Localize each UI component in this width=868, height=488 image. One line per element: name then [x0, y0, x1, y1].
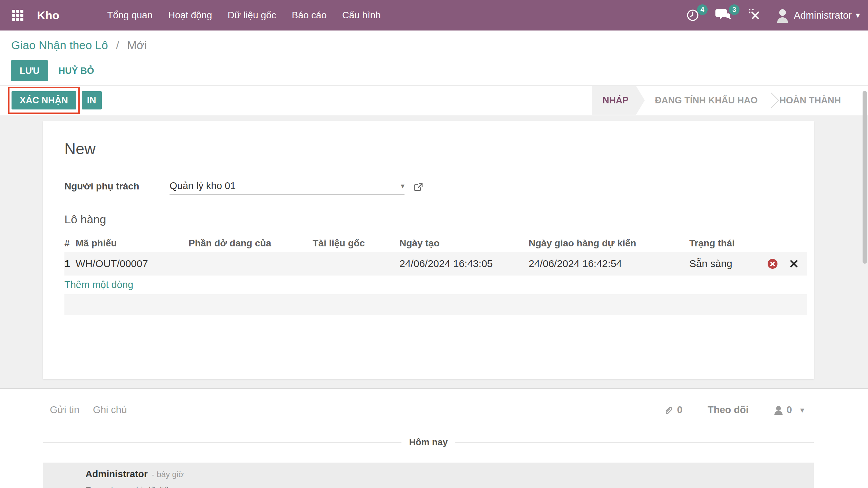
person-icon: [774, 405, 783, 415]
responsible-field[interactable]: Quản lý kho 01 ▾: [170, 180, 405, 195]
print-button[interactable]: IN: [82, 91, 102, 109]
cell-ma-phieu: WH/OUT/00007: [76, 258, 189, 269]
delete-row-icon[interactable]: [789, 259, 798, 268]
messages-button[interactable]: 3: [715, 8, 731, 22]
top-navbar: Kho Tổng quan Hoạt động Dữ liệu gốc Báo …: [0, 0, 868, 30]
wrench-icon: [749, 9, 761, 21]
header-phan-do-dang-cua[interactable]: Phần dở dang của: [189, 238, 313, 249]
message-author: Administrator: [85, 469, 148, 480]
followers-button[interactable]: 0: [774, 404, 792, 415]
header-index[interactable]: #: [64, 238, 76, 249]
nav-item-hoat-dong[interactable]: Hoạt động: [160, 0, 220, 30]
systray: 4 3 Adminis: [686, 8, 868, 23]
header-ngay-giao-hang[interactable]: Ngày giao hàng dự kiến: [529, 238, 689, 249]
breadcrumb-current: Mới: [127, 39, 147, 52]
attachment-button[interactable]: [664, 405, 674, 415]
debug-tools-button[interactable]: [749, 9, 761, 21]
batch-lines-table: # Mã phiếu Phần dở dang của Tài liệu gốc…: [64, 235, 807, 315]
chatter-tools: 0 Theo dõi 0 ▾: [664, 404, 804, 415]
nav-item-cau-hinh[interactable]: Cấu hình: [334, 0, 389, 30]
message-badge: 3: [729, 4, 739, 15]
table-row[interactable]: 1 WH/OUT/00007 24/06/2024 16:43:05 24/06…: [64, 252, 807, 276]
paperclip-icon: [664, 405, 674, 415]
field-label-responsible: Người phụ trách: [64, 181, 170, 195]
cell-index: 1: [64, 258, 76, 269]
record-title: New: [64, 140, 807, 158]
annotation-highlight: XÁC NHẬN: [8, 87, 80, 114]
log-note-button[interactable]: Ghi chú: [93, 404, 127, 415]
status-step-dang-tinh-khau-hao[interactable]: ĐANG TÍNH KHẤU HAO: [645, 86, 768, 115]
form-buttons: LƯU HUỶ BỎ: [11, 60, 94, 81]
breadcrumb-separator: /: [116, 39, 119, 52]
control-panel: Giao Nhận theo Lô / Mới LƯU HUỶ BỎ: [0, 30, 868, 85]
send-message-button[interactable]: Gửi tin: [50, 404, 79, 415]
header-ma-phieu[interactable]: Mã phiếu: [76, 238, 189, 249]
breadcrumb-parent[interactable]: Giao Nhận theo Lô: [11, 39, 108, 52]
responsible-value: Quản lý kho 01: [170, 180, 401, 191]
message-body: Đang tạo mới dữ liệu: [85, 485, 814, 488]
statusbar: XÁC NHẬN IN NHÁP ĐANG TÍNH KHẤU HAO HOÀN…: [0, 85, 868, 115]
field-row-responsible: Người phụ trách Quản lý kho 01 ▾: [64, 180, 807, 195]
nav-item-bao-cao[interactable]: Báo cáo: [284, 0, 334, 30]
cell-actions: [767, 259, 807, 269]
dropdown-caret-icon: ▾: [401, 182, 405, 190]
attachment-count: 0: [677, 404, 683, 415]
user-menu[interactable]: Administrator ▾: [776, 8, 860, 23]
app-brand[interactable]: Kho: [37, 9, 59, 22]
form-view: New Người phụ trách Quản lý kho 01 ▾ Lô …: [0, 115, 868, 388]
activity-badge: 4: [697, 4, 708, 15]
cancel-record-icon[interactable]: [767, 259, 778, 269]
save-button[interactable]: LƯU: [11, 60, 48, 81]
chatter-inner: Gửi tin Ghi chú 0 Theo dõi: [43, 389, 814, 488]
chatter-toolbar: Gửi tin Ghi chú 0 Theo dõi: [43, 404, 814, 415]
table-header-row: # Mã phiếu Phần dở dang của Tài liệu gốc…: [64, 235, 807, 252]
confirm-button[interactable]: XÁC NHẬN: [12, 91, 76, 109]
empty-row: [64, 294, 807, 315]
nav-item-tong-quan[interactable]: Tổng quan: [99, 0, 160, 30]
cell-ngay-tao: 24/06/2024 16:43:05: [399, 258, 529, 269]
nav-item-du-lieu-goc[interactable]: Dữ liệu gốc: [220, 0, 284, 30]
cell-trang-thai: Sẵn sàng: [689, 258, 767, 269]
followers-caret-icon[interactable]: ▾: [800, 405, 804, 415]
breadcrumb: Giao Nhận theo Lô / Mới: [11, 39, 147, 52]
chatter: Gửi tin Ghi chú 0 Theo dõi: [0, 388, 868, 488]
message-time: - bây giờ: [152, 470, 184, 479]
chatter-message: Administrator - bây giờ Đang tạo mới dữ …: [43, 463, 814, 488]
scrollbar[interactable]: [863, 91, 867, 264]
statusbar-buttons: XÁC NHẬN IN: [8, 86, 102, 115]
divider-line: [43, 442, 401, 443]
follower-count: 0: [787, 404, 792, 415]
message-author-line: Administrator - bây giờ: [85, 469, 814, 480]
cell-ngay-giao-hang: 24/06/2024 16:42:54: [529, 258, 689, 269]
header-trang-thai[interactable]: Trạng thái: [689, 238, 767, 249]
avatar: [776, 8, 789, 23]
add-line-link[interactable]: Thêm một dòng: [64, 279, 133, 290]
username: Administrator: [794, 10, 852, 21]
status-step-nhap[interactable]: NHÁP: [592, 86, 645, 115]
status-step-hoan-thanh[interactable]: HOÀN THÀNH: [769, 86, 851, 115]
form-sheet: New Người phụ trách Quản lý kho 01 ▾ Lô …: [43, 121, 814, 379]
add-line-row: Thêm một dòng: [64, 276, 807, 294]
header-ngay-tao[interactable]: Ngày tạo: [399, 238, 529, 249]
header-tai-lieu-goc[interactable]: Tài liệu gốc: [313, 238, 399, 249]
status-pipeline: NHÁP ĐANG TÍNH KHẤU HAO HOÀN THÀNH: [592, 86, 851, 115]
divider-line: [455, 442, 814, 443]
follow-button[interactable]: Theo dõi: [708, 404, 749, 415]
discard-button[interactable]: HUỶ BỎ: [58, 66, 94, 76]
date-divider: Hôm nay: [43, 437, 814, 448]
apps-menu-icon[interactable]: [12, 10, 23, 21]
external-link-icon[interactable]: [413, 182, 423, 192]
chevron-down-icon: ▾: [856, 11, 860, 20]
screen: Kho Tổng quan Hoạt động Dữ liệu gốc Báo …: [0, 0, 868, 488]
activities-button[interactable]: 4: [686, 8, 699, 22]
date-divider-label: Hôm nay: [409, 437, 448, 448]
section-title-lo-hang: Lô hàng: [64, 213, 807, 226]
main-menu: Tổng quan Hoạt động Dữ liệu gốc Báo cáo …: [99, 0, 389, 30]
